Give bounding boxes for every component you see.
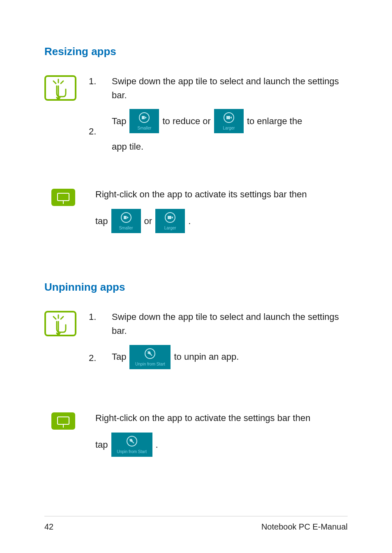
step-number: 1. [89,312,112,322]
svg-rect-6 [142,116,145,119]
text-fragment: . [156,437,158,452]
svg-rect-8 [226,116,230,119]
text-fragment: Tap [112,114,126,128]
instruction-text: Right-click on the app to activate the s… [95,411,348,425]
button-label: Unpin from Start [133,361,167,368]
text-fragment: tap [95,214,108,228]
smaller-button: Smaller [129,109,159,133]
button-label: Smaller [133,125,156,132]
text-fragment: to enlarge the [247,114,302,128]
unpinning-touchpad-block: Right-click on the app to activate the s… [44,411,348,459]
touch-gesture-icon [44,75,76,101]
text-fragment: app tile. [112,140,348,154]
button-label: Smaller [115,225,138,231]
larger-button: Larger [155,209,185,233]
resizing-touchpad-block: Right-click on the app to activate its s… [44,187,348,236]
smaller-button: Smaller [111,209,141,233]
touch-gesture-icon [44,311,76,336]
button-label: Unpin from Start [115,449,149,455]
button-label: Larger [217,125,240,132]
step-number: 2. [89,353,112,363]
step-number: 1. [89,76,112,87]
touchpad-icon [51,188,76,206]
step-text: Swipe down the app tile to select and la… [112,74,348,102]
unpinning-touch-block: 1. Swipe down the app tile to select and… [44,310,348,378]
text-fragment: or [144,214,152,228]
larger-button: Larger [214,109,244,133]
instruction-text: Right-click on the app to activate its s… [95,187,348,201]
text-fragment: . [188,214,191,228]
button-label: Larger [159,225,182,231]
svg-line-3 [61,81,63,83]
resizing-touch-block: 1. Swipe down the app tile to select and… [44,74,348,160]
svg-rect-13 [124,216,127,219]
text-fragment: to reduce or [162,114,210,128]
page-number: 42 [44,522,53,532]
svg-line-19 [61,317,63,319]
page-footer: 42 Notebook PC E-Manual [44,516,348,532]
step-text: Swipe down the app tile to select and la… [112,310,348,338]
heading-resizing: Resizing apps [44,45,348,58]
text-fragment: Tap [112,349,126,364]
touchpad-icon [51,412,76,430]
doc-title: Notebook PC E-Manual [261,522,348,532]
heading-unpinning: Unpinning apps [44,281,348,294]
unpin-button: Unpin from Start [111,433,152,457]
svg-line-17 [53,317,56,319]
text-fragment: to unpin an app. [174,349,239,364]
svg-rect-15 [168,216,171,219]
unpin-button: Unpin from Start [129,345,171,369]
svg-line-1 [53,81,56,83]
step-number: 2. [89,126,112,137]
text-fragment: tap [95,437,108,452]
